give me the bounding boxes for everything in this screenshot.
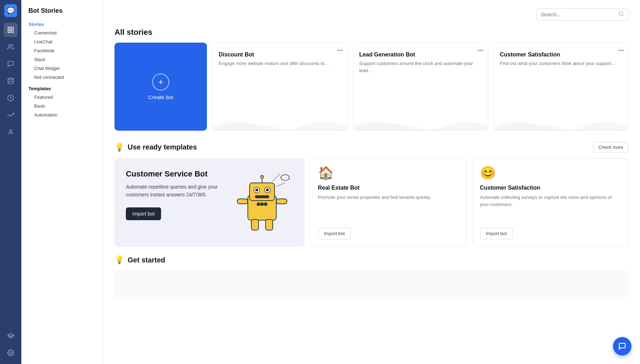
- svg-point-9: [619, 12, 623, 16]
- nav-icon-users[interactable]: [4, 40, 18, 54]
- svg-rect-23: [266, 219, 273, 230]
- svg-point-5: [8, 78, 14, 80]
- svg-rect-17: [255, 195, 269, 198]
- nav-livechat[interactable]: LiveChat: [21, 37, 103, 46]
- icon-sidebar: 💬: [0, 0, 21, 364]
- svg-point-29: [281, 175, 289, 180]
- floating-chat-button[interactable]: [613, 337, 631, 355]
- bot-card-0-desc: Engage more website visitors and offer d…: [219, 60, 341, 67]
- templates-header-left: 💡 Use ready templates: [114, 143, 197, 152]
- bot-card-2: ••• Customer Satisfaction Find out what …: [494, 43, 629, 131]
- templates-section: 💡 Use ready templates Check more Custome…: [114, 142, 629, 247]
- svg-point-26: [264, 202, 267, 206]
- bot-card-0-wave: [213, 113, 347, 130]
- templates-header: 💡 Use ready templates Check more: [114, 142, 629, 152]
- bot-card-1-menu[interactable]: •••: [478, 47, 484, 54]
- bot-card-2-menu[interactable]: •••: [618, 47, 624, 54]
- svg-point-7: [10, 130, 12, 132]
- svg-point-4: [9, 44, 11, 47]
- svg-point-15: [255, 189, 258, 191]
- nav-icon-academy[interactable]: [4, 328, 18, 343]
- svg-point-16: [266, 189, 269, 191]
- main-template-title: Customer Service Bot: [126, 169, 225, 179]
- template-import-button-0[interactable]: Import bot: [318, 228, 351, 239]
- main-template-desc: Automate repetitive queries and give you…: [126, 183, 225, 199]
- template-card-small-0: 🏠 Real Estate Bot Promote your rental pr…: [310, 158, 467, 247]
- svg-line-28: [276, 183, 285, 186]
- bot-card-2-wave: [494, 113, 628, 130]
- svg-rect-1: [11, 27, 14, 29]
- plus-circle-icon: +: [152, 74, 169, 91]
- nav-automation[interactable]: Automation: [21, 110, 103, 119]
- nav-chatwidget[interactable]: Chat Widget: [21, 64, 103, 73]
- nav-icon-database[interactable]: [4, 74, 18, 88]
- bot-card-0-menu[interactable]: •••: [337, 47, 343, 54]
- bot-card-0-name: Discount Bot: [219, 51, 341, 58]
- all-stories-heading: All stories: [114, 28, 629, 37]
- nav-facebook[interactable]: Facebook: [21, 46, 103, 55]
- bot-card-1-name: Lead Generation Bot: [359, 51, 482, 58]
- svg-point-24: [257, 202, 260, 206]
- create-bot-card[interactable]: + Create bot: [114, 43, 207, 131]
- bot-card-2-desc: Find out what your customers think about…: [500, 60, 623, 67]
- svg-rect-22: [251, 219, 258, 230]
- app-logo: 💬: [4, 4, 17, 17]
- svg-rect-0: [8, 27, 10, 29]
- nav-featured[interactable]: Featured: [21, 93, 103, 102]
- nav-notconnected[interactable]: Not connected: [21, 73, 103, 82]
- nav-icon-settings[interactable]: [4, 346, 18, 360]
- page-title: Bot Stories: [21, 7, 103, 20]
- search-input[interactable]: [541, 12, 615, 17]
- templates-title: Use ready templates: [128, 143, 197, 151]
- nav-icon-chat[interactable]: [4, 57, 18, 71]
- nav-icon-team[interactable]: [4, 125, 18, 139]
- template-icon-1: 😊: [480, 165, 622, 180]
- nav-icon-bots[interactable]: [4, 23, 18, 37]
- bot-card-0: ••• Discount Bot Engage more website vis…: [213, 43, 347, 131]
- nav-connected[interactable]: Connected: [21, 28, 103, 37]
- bot-card-1-wave: [353, 113, 487, 130]
- main-template-card: Customer Service Bot Automate repetitive…: [114, 158, 305, 247]
- left-nav: Bot Stories Stories Connected LiveChat F…: [21, 0, 103, 364]
- svg-line-27: [273, 174, 280, 181]
- svg-rect-2: [8, 31, 10, 33]
- create-bot-label: Create bot: [148, 94, 173, 100]
- nav-icon-history[interactable]: [4, 91, 18, 105]
- nav-basic[interactable]: Basic: [21, 102, 103, 110]
- get-started-card: [114, 270, 629, 299]
- svg-point-19: [261, 175, 263, 178]
- bulb-icon: 💡: [114, 143, 124, 152]
- svg-line-10: [622, 15, 623, 16]
- svg-rect-20: [237, 199, 248, 204]
- top-bar: [114, 9, 629, 21]
- svg-point-25: [260, 202, 264, 206]
- bot-card-1-desc: Support customers around the clock and a…: [359, 60, 482, 74]
- get-started-title: Get started: [128, 256, 165, 264]
- get-started-section: 💡 Get started: [114, 255, 629, 299]
- nav-icon-reports[interactable]: [4, 108, 18, 122]
- cards-row: + Create bot ••• Discount Bot Engage mor…: [114, 43, 629, 131]
- template-name-0: Real Estate Bot: [318, 185, 459, 191]
- main-template-import-button[interactable]: Import bot: [126, 207, 161, 220]
- templates-grid: Customer Service Bot Automate repetitive…: [114, 158, 629, 247]
- check-more-button[interactable]: Check more: [593, 142, 629, 152]
- template-desc-1: Automate collecting surveys to capture t…: [480, 194, 622, 222]
- main-content: All stories + Create bot ••• Discount Bo…: [103, 0, 640, 364]
- template-name-1: Customer Satisfaction: [480, 185, 622, 191]
- template-desc-0: Promote your rental properties and find …: [318, 194, 459, 222]
- template-icon-0: 🏠: [318, 165, 459, 180]
- svg-rect-21: [276, 199, 287, 204]
- bot-card-1: ••• Lead Generation Bot Support customer…: [353, 43, 488, 131]
- nav-slack[interactable]: Slack: [21, 55, 103, 64]
- nav-templates-header: Templates: [21, 82, 103, 93]
- bot-card-2-name: Customer Satisfaction: [500, 51, 623, 58]
- get-started-header: 💡 Get started: [114, 255, 629, 265]
- search-icon: [618, 11, 624, 18]
- template-import-button-1[interactable]: Import bot: [480, 228, 513, 239]
- nav-stories-label[interactable]: Stories: [21, 20, 103, 28]
- get-started-bulb-icon: 💡: [114, 255, 124, 265]
- search-box: [536, 9, 629, 21]
- robot-illustration: [226, 158, 298, 247]
- svg-point-8: [10, 352, 12, 354]
- template-card-small-1: 😊 Customer Satisfaction Automate collect…: [473, 158, 629, 247]
